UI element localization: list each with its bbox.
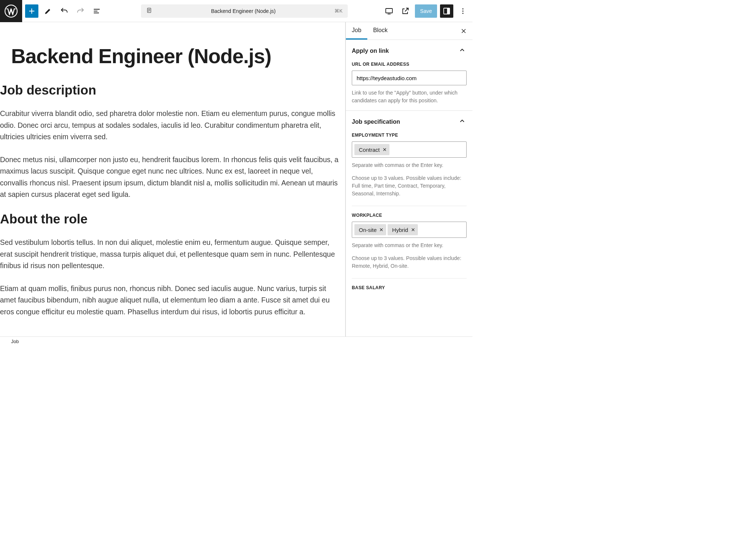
paragraph-block[interactable]: Curabitur viverra blandit odio, sed phar… <box>0 108 345 143</box>
heading-job-description[interactable]: Job description <box>0 83 345 98</box>
svg-rect-4 <box>447 8 450 14</box>
url-field-label: URL OR EMAIL ADDRESS <box>352 62 467 67</box>
tokens-hint: Separate with commas or the Enter key. <box>352 242 467 249</box>
remove-token-icon[interactable] <box>377 226 385 234</box>
workplace-input[interactable]: On-site Hybrid <box>352 222 467 238</box>
breadcrumb-bar: Job <box>0 336 472 346</box>
wordpress-logo[interactable] <box>0 0 22 22</box>
undo-button[interactable] <box>58 4 71 18</box>
token-label: On-site <box>359 227 377 233</box>
employment-type-input[interactable]: Contract <box>352 141 467 158</box>
workplace-help: Choose up to 3 values. Possible values i… <box>352 254 467 270</box>
panel-header-apply[interactable]: Apply on link <box>352 46 467 56</box>
document-overview-button[interactable] <box>90 4 103 18</box>
add-block-button[interactable] <box>25 4 38 18</box>
workplace-label: WORKPLACE <box>352 213 467 218</box>
token-onsite: On-site <box>354 224 386 235</box>
close-sidebar-button[interactable] <box>455 22 472 40</box>
redo-button[interactable] <box>74 4 87 18</box>
external-link-button[interactable] <box>399 4 412 18</box>
token-contract: Contract <box>354 144 389 155</box>
remove-token-icon[interactable] <box>409 226 417 234</box>
svg-point-7 <box>462 13 463 14</box>
heading-about-role[interactable]: About the role <box>0 212 345 226</box>
panel-apply-on-link: Apply on link URL OR EMAIL ADDRESS Link … <box>346 40 472 111</box>
document-icon <box>146 7 152 14</box>
editor-canvas[interactable]: Backend Engineer (Node.js) Job descripti… <box>0 22 345 336</box>
token-hybrid: Hybrid <box>388 224 417 235</box>
svg-point-5 <box>462 8 463 9</box>
tab-block[interactable]: Block <box>367 22 394 40</box>
panel-job-specification: Job specification EMPLOYMENT TYPE Contra… <box>346 111 472 300</box>
settings-sidebar: Job Block Apply on link URL OR EMAIL ADD… <box>345 22 472 336</box>
settings-panel-toggle[interactable] <box>440 4 453 18</box>
url-help-text: Link to use for the "Apply" button, unde… <box>352 89 467 105</box>
top-toolbar: Backend Engineer (Node.js) ⌘K Save <box>0 0 472 22</box>
panel-header-spec[interactable]: Job specification <box>352 117 467 127</box>
save-button[interactable]: Save <box>415 4 437 18</box>
remove-token-icon[interactable] <box>381 146 389 154</box>
url-input[interactable] <box>352 71 467 85</box>
base-salary-label: BASE SALARY <box>352 285 467 290</box>
panel-title: Apply on link <box>352 48 389 54</box>
paragraph-block[interactable]: Etiam at quam mollis, finibus purus non,… <box>0 283 345 318</box>
employment-type-label: EMPLOYMENT TYPE <box>352 133 467 138</box>
svg-point-6 <box>462 10 463 11</box>
token-label: Hybrid <box>392 227 408 233</box>
employment-help: Choose up to 3 values. Possible values i… <box>352 174 467 198</box>
chevron-up-icon <box>458 46 467 56</box>
breadcrumb-item[interactable]: Job <box>11 339 19 344</box>
panel-title: Job specification <box>352 119 400 125</box>
paragraph-block[interactable]: Donec metus nisi, ullamcorper non justo … <box>0 154 345 201</box>
token-label: Contract <box>359 147 380 153</box>
view-button[interactable] <box>382 4 396 18</box>
post-title[interactable]: Backend Engineer (Node.js) <box>11 44 345 68</box>
paragraph-block[interactable]: Sed vestibulum lobortis tellus. In non d… <box>0 237 345 272</box>
svg-rect-2 <box>386 8 392 13</box>
tokens-hint: Separate with commas or the Enter key. <box>352 161 467 169</box>
svg-point-0 <box>5 5 17 17</box>
chevron-up-icon <box>458 117 467 127</box>
document-title-bar[interactable]: Backend Engineer (Node.js) ⌘K <box>141 4 348 18</box>
shortcut-hint: ⌘K <box>334 8 343 14</box>
edit-tool-button[interactable] <box>41 4 55 18</box>
tab-job[interactable]: Job <box>346 22 367 40</box>
more-options-button[interactable] <box>456 4 470 18</box>
document-title: Backend Engineer (Node.js) <box>157 8 330 14</box>
